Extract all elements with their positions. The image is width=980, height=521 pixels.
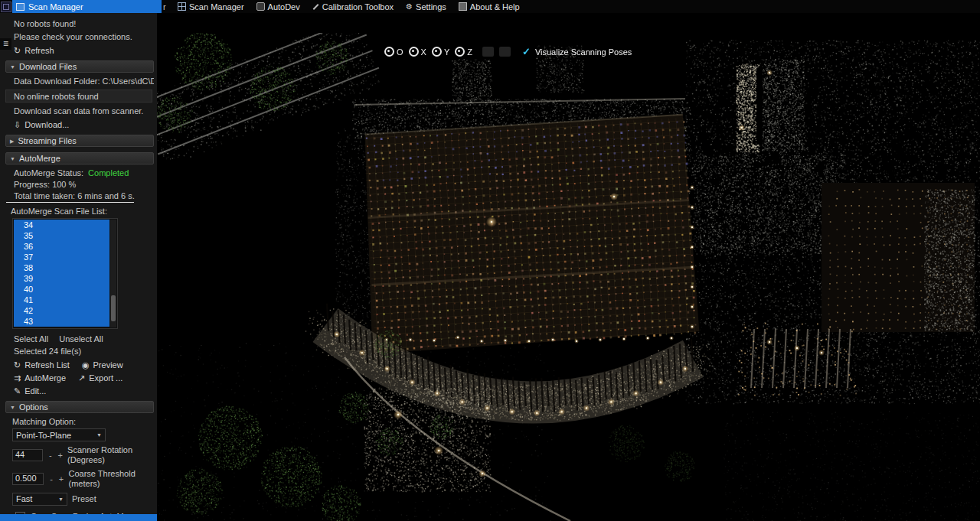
- coarse-threshold-input[interactable]: 0.500: [12, 473, 44, 485]
- menu-item-settings[interactable]: ⚙ Settings: [400, 0, 452, 13]
- view-axis-o-button[interactable]: O: [384, 47, 403, 57]
- file-list-item[interactable]: 43: [14, 316, 109, 327]
- menu-item-calibration-toolbox[interactable]: Calibration Toolbox: [306, 0, 400, 13]
- refresh-list-label: Refresh List: [24, 360, 70, 370]
- section-options[interactable]: ▼ Options: [5, 401, 154, 413]
- disabled-tool-icon-1: [482, 47, 494, 57]
- axis-letter: Z: [467, 47, 472, 57]
- automerge-status-row: AutoMerge Status:Completed: [14, 168, 154, 177]
- menubar: Scan Manager r Scan Manager AutoDev Cali…: [0, 0, 980, 13]
- list-actions-row-1: ↻ Refresh List ◉ Preview: [14, 360, 157, 370]
- refresh-button[interactable]: ↻ Refresh: [14, 46, 154, 55]
- automerge-file-list[interactable]: 34 35 36 37 38 39 40 41 42 43: [12, 218, 118, 329]
- export-label: Export ...: [89, 373, 122, 383]
- view-axis-x-button[interactable]: X: [409, 47, 426, 57]
- section-automerge[interactable]: ▼ AutoMerge: [5, 152, 154, 164]
- file-list-item[interactable]: 34: [14, 220, 109, 230]
- status-label: AutoMerge Status:: [14, 168, 83, 177]
- refresh-list-button[interactable]: ↻ Refresh List: [14, 360, 70, 370]
- chevron-down-icon: ▼: [10, 405, 15, 410]
- increment-button[interactable]: +: [57, 451, 63, 461]
- edit-button[interactable]: ✎ Edit...: [14, 386, 154, 396]
- file-list-item[interactable]: 36: [14, 241, 109, 252]
- file-list-scrollbar[interactable]: [110, 220, 116, 327]
- app-icon[interactable]: [1, 2, 11, 12]
- section-streaming-files[interactable]: ▶ Streaming Files: [5, 135, 154, 147]
- automerge-button[interactable]: ⇉ AutoMerge: [14, 373, 66, 383]
- preview-label: Preview: [93, 360, 123, 370]
- pencil-icon: ✎: [14, 387, 21, 396]
- file-list-item[interactable]: 39: [14, 273, 109, 284]
- progress-underline: [6, 202, 134, 203]
- edit-label: Edit...: [24, 386, 46, 396]
- menu-item-autodev[interactable]: AutoDev: [250, 0, 306, 13]
- scan-manager-panel: No robots found! Please check your conne…: [0, 13, 158, 521]
- download-folder-path: Data Download Folder: C:\Users\dC\Docum: [14, 77, 154, 86]
- view-axis-y-button[interactable]: Y: [432, 47, 449, 57]
- file-list-item[interactable]: 41: [14, 295, 109, 305]
- selection-links: Select All Unselect All: [14, 334, 157, 344]
- decrement-button[interactable]: -: [48, 474, 54, 484]
- export-button[interactable]: ↗ Export ...: [78, 373, 122, 383]
- scanner-rotation-label: Scanner Rotation (Degrees): [67, 445, 157, 465]
- download-button[interactable]: ⇩ Download...: [14, 120, 154, 129]
- menu-item-scan-manager[interactable]: Scan Manager: [172, 0, 250, 13]
- download-icon: ⇩: [14, 121, 21, 129]
- axis-circle-icon: [384, 47, 394, 57]
- preset-row: Fast ▼ Preset: [12, 493, 157, 506]
- unselect-all-link[interactable]: Unselect All: [59, 334, 103, 344]
- chevron-down-icon: ▼: [10, 156, 15, 161]
- scanner-rotation-input[interactable]: 44: [12, 449, 43, 461]
- file-list-item[interactable]: 42: [14, 305, 109, 316]
- scrollbar-thumb[interactable]: [111, 295, 116, 321]
- visualize-poses-checkbox[interactable]: ✓ Visualize Scanning Poses: [522, 47, 632, 57]
- disabled-tool-icon-2: [499, 47, 511, 57]
- axis-letter: O: [397, 47, 403, 57]
- select-all-link[interactable]: Select All: [14, 334, 48, 344]
- download-label: Download...: [24, 120, 69, 129]
- panel-tab-scan-manager[interactable]: Scan Manager: [12, 0, 162, 13]
- wrench-icon: [312, 3, 319, 10]
- hamburger-menu-icon[interactable]: ≡: [0, 38, 11, 50]
- chevron-right-icon: ▶: [10, 138, 14, 144]
- bottom-dock-highlight[interactable]: [0, 514, 157, 521]
- automerge-label: AutoMerge: [24, 373, 66, 383]
- point-cloud-canvas[interactable]: [157, 13, 980, 521]
- refresh-icon: ↻: [14, 47, 21, 55]
- check-icon: ✓: [522, 47, 531, 57]
- section-download-files[interactable]: ▼ Download Files: [5, 60, 154, 73]
- axis-circle-icon: [409, 47, 419, 57]
- menu-item-about-help[interactable]: About & Help: [452, 0, 526, 13]
- decrement-button[interactable]: -: [47, 451, 53, 461]
- file-list-item[interactable]: 40: [14, 284, 109, 295]
- selected-count: Selected 24 file(s): [14, 347, 154, 356]
- no-robots-message: No robots found!: [14, 19, 154, 28]
- file-list-label: AutoMerge Scan File List:: [11, 207, 154, 216]
- section-label: Options: [19, 402, 48, 412]
- merge-icon: ⇉: [14, 374, 21, 383]
- increment-button[interactable]: +: [58, 474, 64, 484]
- section-label: Streaming Files: [18, 136, 76, 145]
- file-list-item[interactable]: 35: [14, 230, 109, 241]
- panel-tab-label: Scan Manager: [28, 2, 83, 11]
- matching-option-value: Point-To-Plane: [16, 431, 71, 440]
- preview-button[interactable]: ◉ Preview: [82, 360, 123, 370]
- view-axis-z-button[interactable]: Z: [455, 47, 472, 57]
- preset-label: Preset: [72, 494, 96, 504]
- preset-dropdown[interactable]: Fast ▼: [12, 493, 67, 506]
- menu-label: AutoDev: [268, 2, 300, 11]
- file-list-item[interactable]: 38: [14, 262, 109, 273]
- viewport-3d[interactable]: O X Y Z ✓ Visualize Scanning Poses: [157, 13, 980, 521]
- robot-icon: [256, 2, 265, 11]
- scanner-rotation-row: 44 - + Scanner Rotation (Degrees): [12, 445, 157, 465]
- matching-option-label: Matching Option:: [12, 417, 154, 426]
- eye-icon: ◉: [82, 361, 90, 370]
- export-icon: ↗: [78, 374, 85, 383]
- coarse-threshold-row: 0.500 - + Coarse Threshold (meters): [12, 469, 157, 489]
- viewport-toolbar: O X Y Z ✓ Visualize Scanning Poses: [384, 47, 632, 57]
- chevron-down-icon: ▼: [96, 432, 102, 438]
- book-icon: [459, 2, 467, 11]
- matching-option-dropdown[interactable]: Point-To-Plane ▼: [12, 428, 106, 441]
- file-list-item[interactable]: 37: [14, 252, 109, 262]
- scan-manager-app: Scan Manager r Scan Manager AutoDev Cali…: [0, 0, 980, 521]
